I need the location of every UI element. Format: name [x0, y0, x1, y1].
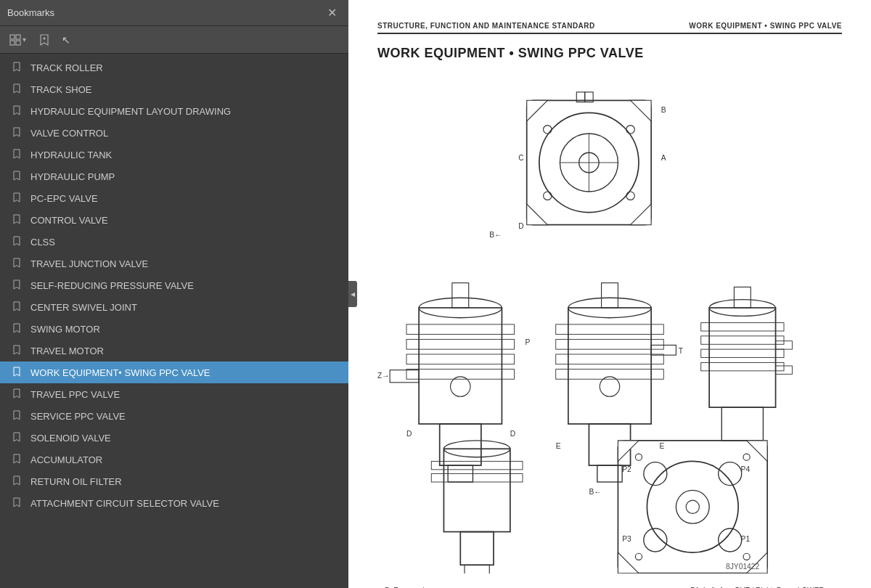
svg-point-82 [644, 462, 667, 486]
bookmark-item[interactable]: ACCUMULATOR [0, 449, 348, 470]
bookmark-list[interactable]: TRACK ROLLERTRACK SHOEHYDRAULIC EQUIPMEN… [0, 54, 348, 588]
bookmark-ribbon-icon [13, 497, 23, 510]
svg-rect-27 [419, 308, 502, 424]
svg-point-90 [635, 454, 642, 460]
sidebar: Bookmarks ✕ ▾ ↖ TRACK ROLLERTRACK SHOEHY… [0, 0, 348, 588]
bookmark-label: TRACK SHOE [30, 84, 92, 95]
svg-text:B: B [661, 106, 666, 114]
svg-text:D: D [406, 430, 412, 438]
bookmark-label: TRAVEL MOTOR [30, 346, 104, 356]
bookmark-label: TRAVEL PPC VALVE [30, 389, 120, 400]
bookmark-ribbon-icon [13, 62, 23, 74]
expand-all-button[interactable]: ▾ [6, 32, 30, 48]
svg-rect-71 [460, 532, 494, 565]
bookmark-item[interactable]: WORK EQUIPMENT• SWING PPC VALVE [0, 362, 348, 383]
bookmark-ribbon-icon [13, 192, 23, 205]
svg-point-50 [600, 377, 619, 396]
technical-diagram: C A D B B← [377, 75, 842, 573]
svg-point-85 [719, 528, 742, 552]
bookmark-ribbon-icon [13, 367, 23, 379]
bookmark-ribbon-icon [13, 149, 23, 161]
svg-point-81 [686, 500, 699, 513]
bookmark-ribbon-icon [13, 279, 23, 292]
page-title: WORK EQUIPMENT • SWING PPC VALVE [377, 46, 842, 61]
svg-text:B←: B← [489, 231, 502, 239]
svg-point-84 [644, 528, 667, 552]
svg-text:Z→: Z→ [377, 372, 390, 380]
svg-marker-8 [631, 100, 652, 121]
svg-text:B←: B← [589, 488, 601, 496]
svg-rect-33 [440, 424, 481, 465]
svg-rect-30 [406, 339, 515, 349]
svg-marker-10 [631, 204, 652, 225]
bookmark-item[interactable]: VALVE CONTROL [0, 122, 348, 144]
page-view: STRUCTURE, FUNCTION AND MAINTENANCE STAN… [348, 0, 871, 588]
svg-point-16 [544, 126, 552, 134]
bookmark-item[interactable]: CONTROL VALVE [0, 209, 348, 231]
svg-rect-45 [556, 339, 664, 349]
bookmark-item[interactable]: CLSS [0, 231, 348, 253]
page-header-right: WORK EQUIPMENT • SWING PPC VALVE [689, 22, 842, 30]
bookmark-item[interactable]: TRAVEL MOTOR [0, 340, 348, 362]
svg-text:E: E [556, 442, 561, 450]
bookmark-item[interactable]: CENTER SWIVEL JOINT [0, 296, 348, 318]
main-content: STRUCTURE, FUNCTION AND MAINTENANCE STAN… [348, 0, 871, 588]
bookmark-ribbon-icon [13, 410, 23, 422]
bookmark-label: RETURN OIL FILTER [30, 476, 122, 487]
bookmark-label: HYDRAULIC PUMP [30, 171, 115, 182]
svg-rect-3 [16, 41, 20, 45]
svg-rect-63 [721, 407, 763, 441]
svg-rect-66 [734, 287, 751, 308]
bookmark-item[interactable]: ATTACHMENT CIRCUIT SELECTOR VALVE [0, 492, 348, 514]
svg-rect-60 [701, 336, 784, 344]
legend-area: P: From main pump T: To tank P1: Left: A… [377, 585, 842, 588]
bookmark-item[interactable]: HYDRAULIC PUMP [0, 166, 348, 187]
svg-text:P: P [525, 338, 530, 346]
bookmark-ribbon-icon [13, 323, 23, 335]
svg-text:D: D [518, 222, 523, 230]
svg-point-91 [743, 454, 750, 460]
bookmark-item[interactable]: SERVICE PPC VALVE [0, 405, 348, 427]
bookmark-ribbon-icon [13, 432, 23, 444]
bookmark-item[interactable]: TRACK SHOE [0, 78, 348, 100]
svg-point-35 [451, 377, 470, 396]
legend-left: P: From main pump T: To tank [385, 585, 449, 588]
page-header-left: STRUCTURE, FUNCTION AND MAINTENANCE STAN… [377, 22, 595, 30]
collapse-panel-button[interactable] [348, 281, 357, 307]
bookmark-add-button[interactable] [36, 32, 53, 48]
sidebar-toolbar: ▾ ↖ [0, 26, 348, 54]
svg-point-18 [544, 192, 552, 200]
svg-text:C: C [518, 154, 524, 162]
svg-rect-61 [701, 349, 784, 357]
bookmark-item[interactable]: SWING MOTOR [0, 318, 348, 340]
bookmark-item[interactable]: HYDRAULIC TANK [0, 144, 348, 166]
bookmark-item[interactable]: PC-EPC VALVE [0, 187, 348, 209]
bookmark-ribbon-icon [13, 83, 23, 96]
bookmark-item[interactable]: TRAVEL PPC VALVE [0, 383, 348, 405]
bookmark-ribbon-icon [13, 301, 23, 314]
expand-all-icon [9, 34, 21, 46]
bookmark-item[interactable]: SOLENOID VALVE [0, 427, 348, 449]
sidebar-header: Bookmarks ✕ [0, 0, 348, 26]
cursor-indicator: ↖ [62, 34, 70, 46]
bookmark-item[interactable]: HYDRAULIC EQUIPMENT LAYOUT DRAWING [0, 100, 348, 122]
svg-rect-1 [16, 35, 20, 39]
bookmark-item[interactable]: TRAVEL JUNCTION VALVE [0, 253, 348, 274]
svg-rect-42 [568, 308, 651, 424]
bookmark-label: CONTROL VALVE [30, 215, 108, 226]
bookmark-item[interactable]: RETURN OIL FILTER [0, 470, 348, 492]
bookmark-item[interactable]: TRACK ROLLER [0, 57, 348, 78]
svg-rect-32 [406, 369, 515, 380]
sidebar-title: Bookmarks [7, 7, 54, 18]
bookmark-label: TRAVEL JUNCTION VALVE [30, 258, 148, 269]
svg-point-19 [626, 192, 634, 200]
bookmark-item[interactable]: SELF-REDUCING PRESSURE VALVE [0, 274, 348, 296]
svg-rect-2 [10, 41, 15, 45]
bookmark-ribbon-icon [13, 345, 23, 357]
svg-text:P3: P3 [622, 535, 631, 543]
legend-p1: P1: Left: Arm OUT / Right: Boom LOWER [690, 585, 835, 588]
svg-text:D: D [510, 430, 515, 438]
sidebar-close-button[interactable]: ✕ [323, 4, 341, 21]
bookmark-label: ACCUMULATOR [30, 454, 102, 465]
svg-rect-59 [701, 323, 784, 331]
